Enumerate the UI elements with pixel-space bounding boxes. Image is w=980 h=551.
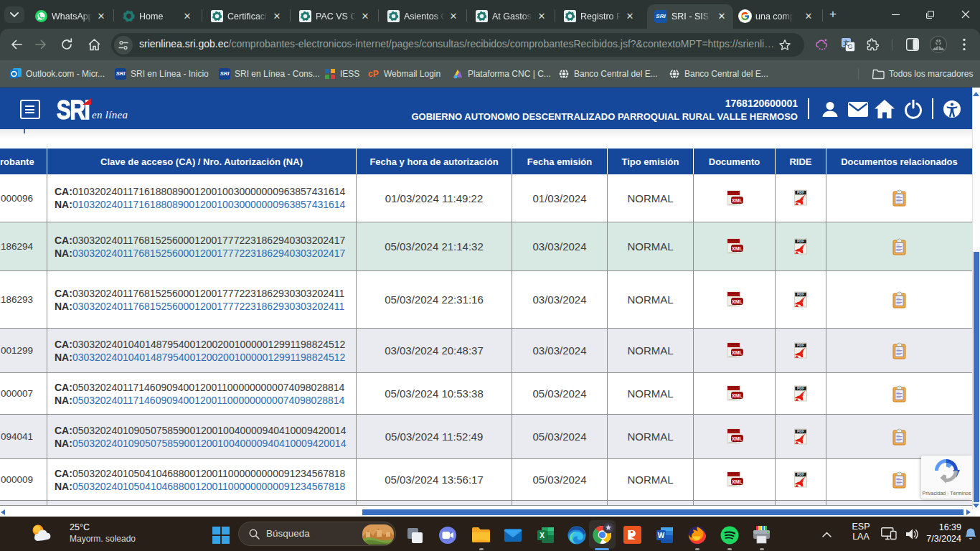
svg-text:XML: XML xyxy=(732,197,743,202)
svg-text:PDF: PDF xyxy=(797,429,804,433)
svg-text:W: W xyxy=(658,532,665,540)
svg-text:PDF: PDF xyxy=(797,472,804,476)
svg-text:文: 文 xyxy=(843,39,849,47)
svg-text:PDF: PDF xyxy=(797,239,804,243)
svg-text:PDF: PDF xyxy=(797,190,804,194)
svg-text:XML: XML xyxy=(732,436,743,441)
svg-text:XML: XML xyxy=(732,246,743,251)
svg-text:X: X xyxy=(540,532,545,540)
svg-text:PDF: PDF xyxy=(797,343,804,347)
svg-text:PDF: PDF xyxy=(797,386,804,390)
svg-text:PDF: PDF xyxy=(797,292,804,296)
svg-text:XML: XML xyxy=(732,479,743,484)
svg-text:XML: XML xyxy=(732,299,743,304)
svg-text:XML: XML xyxy=(732,350,743,355)
svg-text:XML: XML xyxy=(732,393,743,398)
